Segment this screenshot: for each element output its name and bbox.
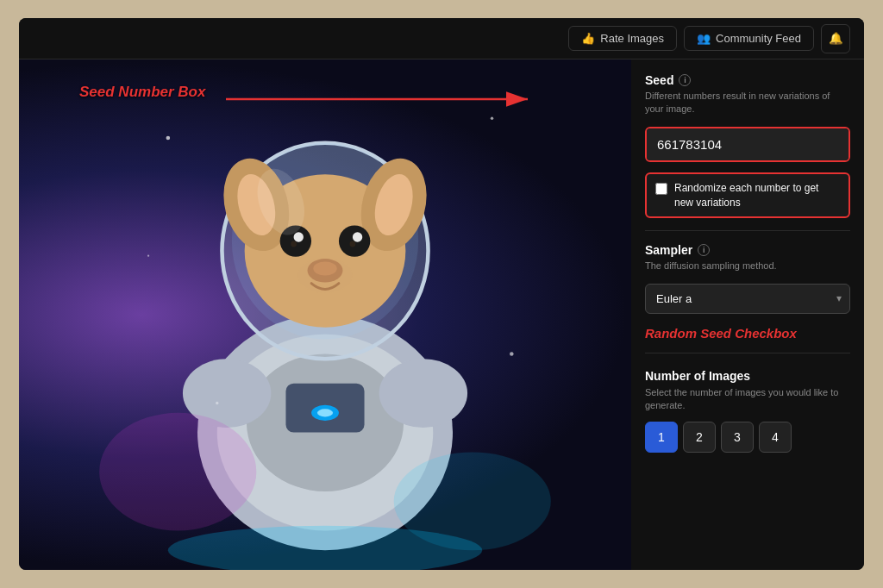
num-images-btn-4[interactable]: 4 xyxy=(759,422,792,453)
num-images-btn-1[interactable]: 1 xyxy=(645,422,678,453)
randomize-label[interactable]: Randomize each number to get new variati… xyxy=(674,181,840,210)
sampler-label-row: Sampler i xyxy=(645,243,850,257)
header: 👍 Rate Images 👥 Community Feed 🔔 xyxy=(19,18,864,59)
dog-astronaut-image xyxy=(19,59,631,570)
divider-2 xyxy=(645,353,850,353)
randomize-checkbox[interactable] xyxy=(655,183,667,195)
sampler-section: Sampler i The diffusion sampling method. xyxy=(645,243,850,272)
community-feed-label: Community Feed xyxy=(716,32,801,45)
svg-point-33 xyxy=(216,402,218,404)
sampler-description: The diffusion sampling method. xyxy=(645,260,850,272)
bell-button[interactable]: 🔔 xyxy=(821,24,850,53)
num-images-description: Select the number of images you would li… xyxy=(645,386,850,413)
community-feed-button[interactable]: 👥 Community Feed xyxy=(684,26,814,51)
image-area: Seed Number Box xyxy=(19,59,631,570)
image-background: Seed Number Box xyxy=(19,59,631,570)
svg-point-21 xyxy=(349,241,355,247)
svg-point-7 xyxy=(379,359,467,428)
seed-label-row: Seed i xyxy=(645,73,850,87)
random-seed-annotation: Random Seed Checkbox xyxy=(645,326,850,341)
seed-input[interactable] xyxy=(647,128,849,160)
svg-point-24 xyxy=(297,258,353,293)
sampler-info-icon[interactable]: i xyxy=(698,244,710,256)
num-images-label: Number of Images xyxy=(645,369,850,383)
rate-images-label: Rate Images xyxy=(600,32,664,45)
bell-icon: 🔔 xyxy=(829,32,843,45)
community-icon: 👥 xyxy=(697,32,711,45)
svg-point-18 xyxy=(294,232,304,241)
seed-section: Seed i Different numbers result in new v… xyxy=(645,73,850,116)
svg-point-28 xyxy=(394,452,551,550)
svg-point-29 xyxy=(166,136,171,141)
divider-1 xyxy=(645,230,850,231)
seed-label: Seed xyxy=(645,73,673,87)
main-content: Seed Number Box xyxy=(19,59,864,570)
svg-point-30 xyxy=(491,117,493,120)
num-images-btn-3[interactable]: 3 xyxy=(721,422,754,453)
thumbs-up-icon: 👍 xyxy=(581,32,595,45)
num-images-btn-2[interactable]: 2 xyxy=(683,422,716,453)
rate-images-button[interactable]: 👍 Rate Images xyxy=(568,26,677,51)
num-images-section: Number of Images Select the number of im… xyxy=(645,369,850,453)
svg-point-20 xyxy=(291,241,297,247)
svg-point-19 xyxy=(353,232,362,241)
svg-point-5 xyxy=(317,409,333,416)
seed-description: Different numbers result in new variatio… xyxy=(645,90,850,116)
seed-info-icon[interactable]: i xyxy=(679,74,691,86)
app-window: 👍 Rate Images 👥 Community Feed 🔔 xyxy=(19,18,864,570)
sampler-select-wrapper: Euler a Euler DPM++ 2M Karras DDIM LMS ▾ xyxy=(645,284,850,314)
sampler-select[interactable]: Euler a Euler DPM++ 2M Karras DDIM LMS xyxy=(645,284,850,314)
randomize-checkbox-area: Randomize each number to get new variati… xyxy=(645,172,850,219)
num-images-buttons: 1 2 3 4 xyxy=(645,422,850,453)
svg-point-27 xyxy=(99,413,256,531)
seed-input-wrapper xyxy=(645,127,850,162)
sampler-label: Sampler xyxy=(645,243,692,257)
sidebar: Seed i Different numbers result in new v… xyxy=(631,59,864,570)
svg-point-32 xyxy=(510,352,514,356)
svg-point-31 xyxy=(147,255,149,257)
